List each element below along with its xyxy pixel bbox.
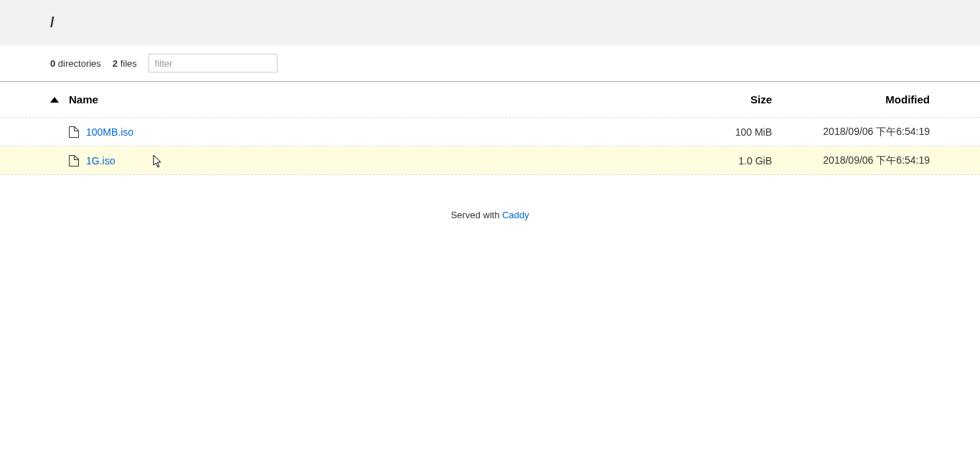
file-modified: 2018/09/06 下午6:54:19 [772,154,930,167]
file-icon [69,155,79,167]
filter-input[interactable] [149,54,278,73]
file-size: 1.0 GiB [693,155,772,167]
file-size: 100 MiB [693,126,772,138]
column-header-name[interactable]: Name [69,93,693,106]
file-listing: Name Size Modified 100MB.iso100 MiB2018/… [0,82,980,175]
column-header-modified[interactable]: Modified [772,93,930,106]
sort-ascending-icon[interactable] [50,97,59,103]
table-row: 1G.iso1.0 GiB2018/09/06 下午6:54:19 [0,146,980,175]
file-count: 2 files [113,58,137,69]
file-icon [69,126,79,138]
directory-count: 0 directories [50,58,101,69]
table-header: Name Size Modified [0,82,980,118]
column-header-size[interactable]: Size [693,93,772,106]
file-modified: 2018/09/06 下午6:54:19 [772,126,930,139]
file-link[interactable]: 100MB.iso [86,126,133,138]
file-link[interactable]: 1G.iso [86,155,115,167]
table-row: 100MB.iso100 MiB2018/09/06 下午6:54:19 [0,118,980,146]
footer: Served with Caddy [0,175,980,235]
caddy-link[interactable]: Caddy [502,210,529,220]
breadcrumb[interactable]: / [0,0,980,45]
toolbar: 0 directories 2 files [0,45,980,82]
